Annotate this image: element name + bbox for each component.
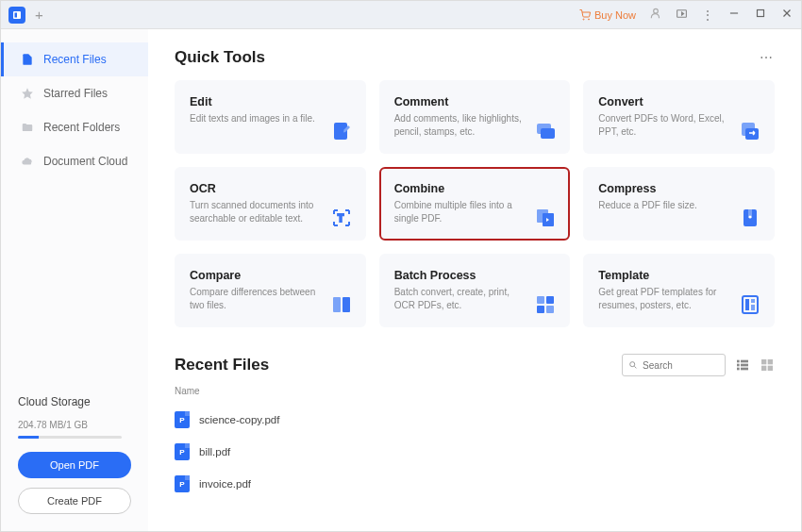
titlebar: + Buy Now ⋮ [1,1,801,29]
minimize-button[interactable] [727,7,741,24]
sidebar-item-recent-files[interactable]: Recent Files [1,42,148,76]
svg-rect-1 [15,12,18,17]
card-desc: Get great PDF templates for resumes, pos… [598,286,730,312]
svg-rect-23 [343,297,350,312]
sidebar: Recent Files Starred Files Recent Folder… [1,29,148,531]
ocr-icon: T [330,207,353,229]
folder-icon [21,121,34,134]
cloud-icon [21,155,34,168]
svg-rect-15 [745,128,759,140]
new-tab-button[interactable]: + [35,7,43,23]
svg-rect-41 [768,359,773,364]
svg-rect-29 [745,299,749,310]
svg-rect-22 [333,297,341,312]
buy-now-link[interactable]: Buy Now [579,9,636,21]
svg-rect-28 [743,296,758,313]
svg-point-4 [654,8,659,13]
user-icon[interactable] [649,7,662,23]
card-title: Combine [394,182,556,195]
file-name: invoice.pdf [199,478,251,490]
main-content: Quick Tools ⋯ Edit Edit texts and images… [148,29,801,531]
sidebar-item-label: Starred Files [43,87,108,100]
card-desc: Turn scanned documents into searchable o… [190,199,322,225]
sidebar-item-label: Recent Files [43,53,107,66]
svg-marker-10 [22,88,33,99]
svg-point-32 [630,362,635,367]
card-edit[interactable]: Edit Edit texts and images in a file. [175,80,366,154]
app-logo-icon [8,7,25,24]
svg-rect-37 [741,364,748,367]
card-compress[interactable]: Compress Reduce a PDF file size. [583,167,775,241]
svg-rect-30 [751,299,755,303]
card-desc: Reduce a PDF file size. [598,199,730,212]
quick-tools-grid: Edit Edit texts and images in a file. Co… [175,80,775,327]
combine-icon [534,207,557,229]
card-batch-process[interactable]: Batch Process Batch convert, create, pri… [379,254,571,327]
card-compare[interactable]: Compare Compare differences between two … [175,254,366,327]
svg-line-33 [634,366,636,368]
pdf-file-icon: P [175,443,190,460]
card-convert[interactable]: Convert Convert PDFs to Word, Excel, PPT… [583,80,775,154]
svg-rect-36 [737,364,740,367]
app-window: + Buy Now ⋮ Recent Files [0,0,802,532]
svg-rect-35 [741,360,748,363]
sidebar-item-document-cloud[interactable]: Document Cloud [1,144,148,178]
card-title: OCR [190,182,351,195]
file-icon [21,53,34,66]
convert-icon [739,120,761,142]
search-input[interactable] [643,360,719,371]
file-row[interactable]: P bill.pdf [175,436,775,468]
pdf-file-icon: P [175,411,190,428]
svg-text:T: T [338,213,343,224]
share-icon[interactable] [676,8,688,23]
card-comment[interactable]: Comment Add comments, like highlights, p… [379,80,571,154]
sidebar-item-label: Recent Folders [43,121,120,134]
search-box[interactable] [622,354,726,376]
card-ocr[interactable]: OCR Turn scanned documents into searchab… [175,167,366,241]
sidebar-item-recent-folders[interactable]: Recent Folders [1,110,148,144]
maximize-button[interactable] [754,7,767,24]
card-desc: Convert PDFs to Word, Excel, PPT, etc. [598,112,730,139]
template-icon [739,293,761,316]
buy-now-label: Buy Now [594,9,636,21]
grid-view-icon[interactable] [760,357,775,373]
search-icon [628,359,638,371]
edit-icon [330,120,353,142]
file-row[interactable]: P invoice.pdf [175,468,775,500]
svg-rect-38 [737,368,740,371]
card-title: Convert [598,95,760,108]
sidebar-item-starred-files[interactable]: Starred Files [1,76,148,110]
card-combine[interactable]: Combine Combine multiple files into a si… [379,167,571,241]
close-button[interactable] [780,7,794,24]
card-desc: Batch convert, create, print, OCR PDFs, … [394,286,526,312]
card-title: Compare [190,269,351,282]
storage-title: Cloud Storage [18,395,131,408]
compress-icon [739,207,761,229]
file-name: bill.pdf [199,446,230,457]
column-header-name: Name [175,386,775,396]
create-pdf-button[interactable]: Create PDF [18,488,131,514]
card-desc: Add comments, like highlights, pencil, s… [394,112,526,139]
more-menu-icon[interactable]: ⋯ [760,50,775,65]
svg-point-3 [588,19,589,20]
file-row[interactable]: P science-copy.pdf [175,404,775,436]
kebab-menu-icon[interactable]: ⋮ [701,8,714,23]
star-icon [21,87,34,100]
file-name: science-copy.pdf [199,414,279,425]
card-desc: Edit texts and images in a file. [190,112,322,125]
comment-icon [534,120,557,142]
svg-rect-24 [537,296,544,304]
sidebar-item-label: Document Cloud [43,155,127,168]
svg-rect-43 [768,366,773,371]
svg-rect-13 [541,128,555,139]
card-template[interactable]: Template Get great PDF templates for res… [583,254,775,327]
svg-rect-42 [761,366,766,371]
open-pdf-button[interactable]: Open PDF [18,452,131,478]
card-title: Batch Process [394,269,556,282]
list-view-icon[interactable] [735,357,750,373]
storage-usage-text: 204.78 MB/1 GB [18,420,131,430]
svg-rect-31 [751,305,755,310]
svg-rect-27 [546,306,554,313]
storage-progress-bar [18,436,122,439]
batch-icon [534,293,557,316]
